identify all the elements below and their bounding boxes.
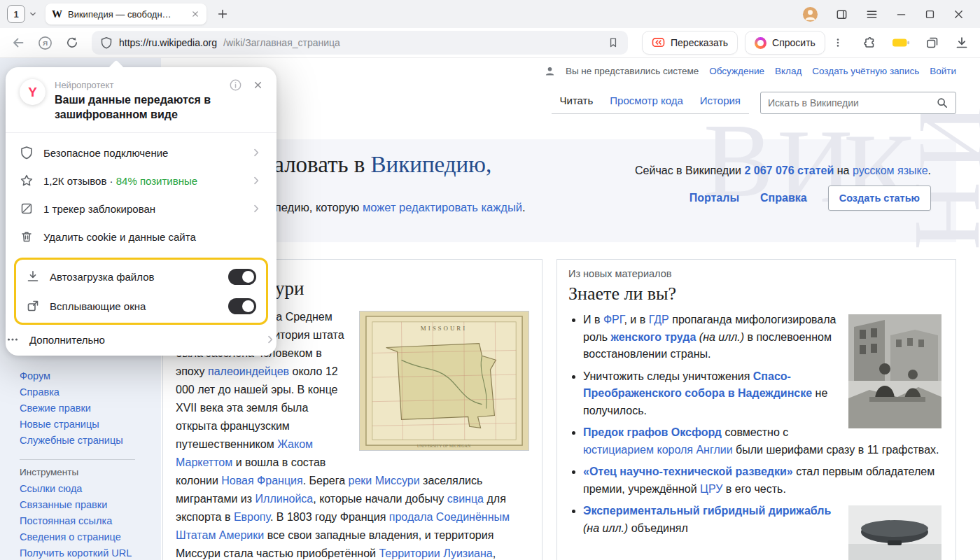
more-options-row[interactable]: Дополнительно xyxy=(6,328,276,356)
text-run: (на илл.) xyxy=(699,331,744,343)
wiki-link[interactable]: женского труда xyxy=(611,331,696,343)
menu-icon[interactable] xyxy=(865,8,878,21)
info-icon[interactable] xyxy=(229,78,242,92)
wiki-link[interactable]: Экспериментальный гибридный дирижабль xyxy=(583,505,831,517)
browser-tab[interactable]: W Википедия — свободн… xyxy=(46,4,206,24)
popup-windows-toggle[interactable] xyxy=(228,298,256,314)
reviews-row[interactable]: 1,2К отзывов · 84% позитивные xyxy=(6,167,276,195)
dyk-photo-airship xyxy=(848,505,941,560)
new-tab-button[interactable] xyxy=(216,8,229,20)
window-close-icon[interactable] xyxy=(953,8,965,20)
avatar[interactable] xyxy=(802,6,818,22)
text-run: объединял xyxy=(628,522,688,534)
popup-windows-row[interactable]: Всплывающие окна xyxy=(16,291,266,321)
wiki-link[interactable]: ГДР xyxy=(649,314,669,326)
wiki-link[interactable]: 2 067 076 статей xyxy=(744,164,834,176)
protect-popup: Y Нейропротект Ваши данные передаются в … xyxy=(6,67,276,356)
wiki-link[interactable]: палеоиндейцев xyxy=(208,365,289,377)
yandex-logo-icon[interactable]: Я xyxy=(38,36,52,50)
sidebar-item-related-changes[interactable]: Связанные правки xyxy=(20,499,135,510)
create-article-button[interactable]: Создать статью xyxy=(828,186,931,211)
sidebar-item-what-links-here[interactable]: Ссылки сюда xyxy=(20,483,135,494)
contributions-link[interactable]: Вклад xyxy=(775,66,802,76)
wiki-search-box[interactable] xyxy=(760,92,956,114)
wiki-link[interactable]: ЦРУ xyxy=(700,483,722,495)
window-minimize-icon[interactable] xyxy=(895,8,907,20)
search-icon[interactable] xyxy=(936,97,948,109)
sidebar-item-recent-changes[interactable]: Свежие правки xyxy=(20,402,135,414)
wiki-link[interactable]: Предок графов Оксфорд xyxy=(583,426,722,438)
help-link[interactable]: Справка xyxy=(760,192,807,204)
login-link[interactable]: Войти xyxy=(930,66,956,76)
close-icon[interactable] xyxy=(252,79,264,91)
protect-headline: Ваши данные передаются в зашифрованном в… xyxy=(55,92,223,122)
text-run: Уничтожить следы уничтожения xyxy=(583,370,753,382)
dyk-photo-rubble xyxy=(848,314,941,428)
tab-groups-icon[interactable] xyxy=(925,36,939,50)
talk-link[interactable]: Обсуждение xyxy=(709,66,764,76)
tracker-blocked-row[interactable]: 1 трекер заблокирован xyxy=(6,195,276,223)
wiki-search-input[interactable] xyxy=(768,97,936,108)
bookmark-icon[interactable] xyxy=(607,36,620,49)
reviews-count: 1,2К отзывов · xyxy=(43,175,116,187)
tab-view-source[interactable]: Просмотр кода xyxy=(601,90,692,113)
refresh-icon[interactable] xyxy=(65,36,79,50)
chevron-down-icon[interactable] xyxy=(27,8,38,20)
url-domain: https://ru.wikipedia.org xyxy=(119,37,217,48)
tab-read[interactable]: Читать xyxy=(552,90,602,113)
ask-button[interactable]: Спросить xyxy=(745,31,825,55)
portals-link[interactable]: Порталы xyxy=(690,192,739,204)
extensions-icon[interactable] xyxy=(862,36,876,50)
auto-download-toggle[interactable] xyxy=(228,269,256,285)
tab-history[interactable]: История xyxy=(692,90,749,113)
text-run: . В 1803 году Франция xyxy=(270,511,389,523)
address-bar[interactable]: https://ru.wikipedia.org /wiki/Заглавная… xyxy=(92,31,628,55)
wiki-link[interactable]: Новая Франция xyxy=(221,475,302,486)
sidebar-item-special-pages[interactable]: Служебные страницы xyxy=(20,435,135,446)
back-icon[interactable] xyxy=(11,36,25,50)
create-account-link[interactable]: Создать учётную запись xyxy=(812,66,919,76)
secure-connection-label: Безопасное подключение xyxy=(43,147,240,159)
reviews-label: 1,2К отзывов · 84% позитивные xyxy=(43,175,240,187)
sidebar-item-forum[interactable]: Форум xyxy=(20,370,135,382)
window-maximize-icon[interactable] xyxy=(924,8,936,20)
wiki-link[interactable]: Территории Луизиана xyxy=(379,547,492,559)
wiki-link[interactable]: юстициарием короля Англии xyxy=(583,444,733,456)
wiki-link[interactable]: может редактировать каждый xyxy=(363,201,522,214)
auto-download-row[interactable]: Автозагрузка файлов xyxy=(16,262,266,291)
clear-cookies-row[interactable]: Удалить cookie и данные сайта xyxy=(6,223,276,251)
tab-close-icon[interactable] xyxy=(190,9,200,19)
wiki-link[interactable]: реки Миссури xyxy=(349,475,420,486)
wiki-link[interactable]: свинца xyxy=(447,493,484,505)
sidebar-item-permanent-link[interactable]: Постоянная ссылка xyxy=(20,515,135,526)
tab-title: Википедия — свободн… xyxy=(68,9,185,20)
popup-windows-label: Всплывающие окна xyxy=(50,300,218,312)
wiki-link[interactable]: «Отец научно-технической разведки» xyxy=(583,465,793,477)
retell-button[interactable]: Пересказать xyxy=(642,31,738,55)
tab-counter-button[interactable]: 1 xyxy=(7,5,38,23)
sidebar-item-short-url[interactable]: Получить короткий URL xyxy=(20,547,135,559)
svg-text:MISSOURI: MISSOURI xyxy=(421,325,467,332)
sidebar-item-page-info[interactable]: Сведения о странице xyxy=(20,531,135,542)
sidebar-item-new-pages[interactable]: Новые страницы xyxy=(20,419,135,430)
dyk-item: «Отец научно-технической разведки» стал … xyxy=(583,463,944,498)
text-run: . xyxy=(928,164,931,176)
wiki-link[interactable]: Иллинойса xyxy=(255,493,314,505)
toolbar-right-icons xyxy=(862,36,969,50)
sidebar-item-help[interactable]: Справка xyxy=(20,386,135,398)
battery-icon[interactable] xyxy=(892,37,910,48)
address-toolbar: Я https://ru.wikipedia.org /wiki/Заглавн… xyxy=(0,28,980,58)
protect-brand: Нейропротект xyxy=(55,80,223,90)
wiki-link[interactable]: русском языке xyxy=(853,164,928,176)
tracker-blocked-icon xyxy=(20,202,34,216)
text-run: были шерифами сразу в 11 графствах. xyxy=(733,444,939,456)
tab-count-badge[interactable]: 1 xyxy=(7,5,25,23)
wiki-link[interactable]: ФРГ xyxy=(603,314,624,326)
downloads-icon[interactable] xyxy=(955,36,969,50)
wiki-link[interactable]: Европу xyxy=(234,511,270,523)
download-icon xyxy=(26,270,40,284)
secure-connection-row[interactable]: Безопасное подключение xyxy=(6,139,276,167)
protect-shield-icon[interactable] xyxy=(100,36,113,49)
side-panel-icon[interactable] xyxy=(835,8,848,21)
toolbar-kebab-icon[interactable] xyxy=(832,36,844,49)
